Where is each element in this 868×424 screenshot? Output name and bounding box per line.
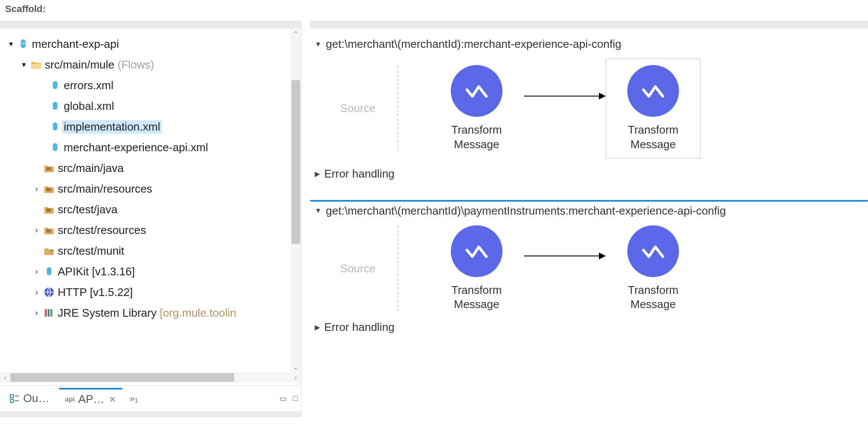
tree-file-errors[interactable]: errors.xml	[5, 75, 291, 96]
package-folder-icon	[42, 205, 56, 214]
tree-folder-test-java[interactable]: src/test/java	[5, 199, 291, 220]
tree-file-merchant-api[interactable]: merchant-experience-api.xml	[5, 137, 291, 158]
tree-label: src/test/munit	[56, 244, 124, 258]
transform-icon	[451, 65, 502, 117]
scroll-left-icon[interactable]: ‹	[0, 372, 10, 383]
tree-folder-test-resources[interactable]: › src/test/resources	[5, 220, 291, 240]
library-icon	[42, 307, 56, 318]
package-folder-icon	[42, 225, 56, 235]
close-icon[interactable]: ✕	[109, 394, 116, 405]
tree-lib-http[interactable]: › HTTP [v1.5.22]	[5, 282, 291, 302]
view-tabs: Ou… api AP… ✕ »1 ▭ □	[0, 385, 301, 411]
node-label: Transform Message	[611, 123, 696, 152]
chevron-right-icon[interactable]: ›	[31, 267, 42, 276]
tree-label: APIKit [v1.3.16]	[56, 265, 135, 278]
outline-icon	[9, 393, 20, 404]
svg-rect-5	[45, 309, 46, 316]
project-explorer-panel: ▾ merchant-exp-api ▾ src/main/mule (Flow…	[0, 21, 301, 417]
package-folder-icon	[42, 184, 56, 193]
chevron-down-icon[interactable]: ▾	[5, 39, 16, 49]
tree-folder-main-resources[interactable]: › src/main/resources	[5, 178, 291, 199]
transform-message-node[interactable]: Transform Message	[606, 225, 701, 312]
error-handling-label: Error handling	[324, 167, 394, 181]
flow-source-placeholder[interactable]: Source	[323, 246, 392, 291]
tree-label: errors.xml	[62, 79, 114, 92]
maximize-icon[interactable]: □	[293, 394, 298, 403]
scrollbar-thumb[interactable]	[10, 373, 234, 382]
node-label: Transform Message	[429, 283, 524, 312]
folder-open-icon	[29, 60, 43, 69]
chevron-right-icon[interactable]: ›	[31, 288, 42, 297]
svg-rect-7	[50, 309, 52, 316]
minimize-icon[interactable]: ▭	[279, 394, 287, 403]
chevron-right-icon[interactable]: ›	[31, 184, 42, 193]
package-folder-icon	[42, 163, 56, 173]
tree-folder-main-java[interactable]: src/main/java	[5, 158, 291, 178]
folder-munit-icon	[42, 246, 56, 256]
http-lib-icon	[42, 287, 56, 298]
flow-title-text: get:\merchant\(merchantId)\paymentInstru…	[326, 204, 726, 218]
canvas-toolbar	[310, 21, 868, 28]
scroll-right-icon[interactable]: ›	[291, 372, 301, 383]
flow-title-text: get:\merchant\(merchantId):merchant-expe…	[326, 37, 621, 51]
tab-api[interactable]: api AP… ✕	[59, 388, 122, 409]
flow-source-placeholder[interactable]: Source	[323, 86, 392, 131]
tree-project-root[interactable]: ▾ merchant-exp-api	[5, 34, 291, 54]
explorer-toolbar	[0, 21, 301, 28]
tree-lib-jre[interactable]: › JRE System Library [org.mule.toolin	[5, 302, 291, 323]
flow-get-merchant[interactable]: ▼ get:\merchant\(merchantId):merchant-ex…	[310, 34, 868, 185]
chevron-down-icon[interactable]: ▾	[18, 60, 29, 69]
tree-file-implementation[interactable]: implementation.xml	[5, 116, 291, 137]
flow-error-section[interactable]: ▶ Error handling	[310, 318, 868, 338]
disclosure-right-icon[interactable]: ▶	[315, 323, 320, 331]
mule-file-icon	[48, 80, 62, 91]
scroll-down-icon[interactable]: ⌄	[291, 362, 301, 372]
tree-folder-test-munit[interactable]: src/test/munit	[5, 240, 291, 261]
tab-label: Ou…	[23, 392, 50, 405]
tree-label: HTTP [v1.5.22]	[56, 286, 133, 299]
transform-message-node[interactable]: Transform Message	[429, 65, 524, 152]
mule-lib-icon	[42, 266, 56, 277]
node-label: Transform Message	[429, 123, 524, 152]
disclosure-down-icon[interactable]: ▼	[315, 41, 322, 48]
flow-header[interactable]: ▼ get:\merchant\(merchantId)\paymentInst…	[310, 202, 868, 222]
tree-flows-folder[interactable]: ▾ src/main/mule (Flows)	[5, 54, 291, 75]
disclosure-down-icon[interactable]: ▼	[315, 207, 322, 215]
source-divider	[397, 65, 398, 152]
mule-file-icon	[48, 142, 62, 153]
tree-label: src/main/resources	[56, 182, 152, 196]
node-label: Transform Message	[606, 283, 701, 312]
disclosure-right-icon[interactable]: ▶	[315, 170, 320, 178]
chevron-right-icon[interactable]: ›	[31, 226, 42, 235]
tabs-overflow[interactable]: »1	[130, 393, 138, 404]
source-divider	[397, 225, 398, 312]
mule-file-icon	[48, 100, 62, 112]
tab-outline[interactable]: Ou…	[3, 388, 56, 409]
flow-get-payment-instruments[interactable]: ▼ get:\merchant\(merchantId)\paymentInst…	[310, 200, 868, 339]
flow-header[interactable]: ▼ get:\merchant\(merchantId):merchant-ex…	[310, 35, 868, 55]
tab-label: AP…	[78, 393, 105, 406]
svg-rect-0	[46, 167, 51, 171]
tree-lib-apikit[interactable]: › APIKit [v1.3.16]	[5, 261, 291, 282]
transform-message-node-selected[interactable]: Transform Message	[606, 59, 701, 159]
svg-rect-6	[48, 309, 50, 316]
tree-file-global[interactable]: global.xml	[5, 96, 291, 116]
tree-label: src/test/resources	[56, 224, 146, 237]
chevron-right-icon[interactable]: ›	[31, 309, 42, 318]
svg-rect-9	[10, 399, 13, 402]
transform-message-node[interactable]: Transform Message	[429, 225, 524, 312]
flow-error-section[interactable]: ▶ Error handling	[310, 165, 868, 185]
canvas-panel: ▼ get:\merchant\(merchantId):merchant-ex…	[301, 21, 868, 417]
tree-label: implementation.xml	[62, 120, 162, 134]
mule-file-icon	[48, 121, 62, 132]
vertical-scrollbar[interactable]: ⌃ ⌄	[291, 28, 301, 372]
horizontal-scrollbar[interactable]: ‹ ›	[0, 372, 301, 383]
tree-label: src/main/mule (Flows)	[43, 58, 154, 72]
scroll-up-icon[interactable]: ⌃	[291, 28, 301, 39]
scrollbar-thumb[interactable]	[291, 80, 300, 244]
project-tree[interactable]: ▾ merchant-exp-api ▾ src/main/mule (Flow…	[0, 28, 291, 372]
mule-project-icon	[16, 38, 30, 50]
flow-arrow	[524, 96, 606, 97]
transform-icon	[451, 225, 502, 277]
tree-label: merchant-experience-api.xml	[62, 141, 208, 154]
